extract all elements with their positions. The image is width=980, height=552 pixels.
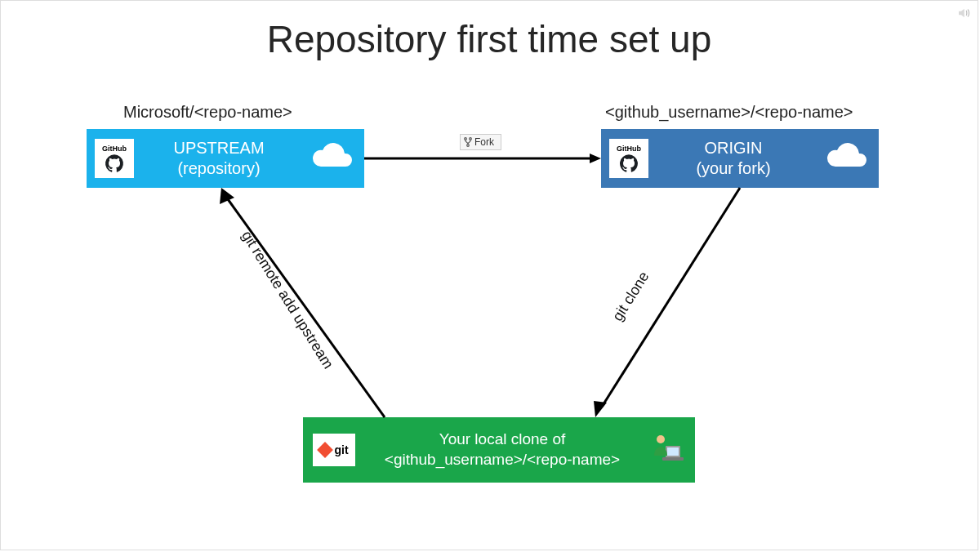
github-icon: GitHub xyxy=(95,139,134,178)
origin-line1: ORIGIN xyxy=(704,139,762,157)
svg-point-3 xyxy=(657,435,665,443)
user-at-computer-icon xyxy=(649,431,684,469)
clone-arrow xyxy=(589,188,752,421)
upstream-line2: (repository) xyxy=(177,159,260,177)
svg-rect-1 xyxy=(667,447,679,456)
local-line1: Your local clone of xyxy=(439,430,566,447)
origin-line2: (your fork) xyxy=(696,159,770,177)
svg-marker-10 xyxy=(594,401,607,417)
svg-rect-2 xyxy=(662,457,684,461)
svg-point-7 xyxy=(470,138,472,140)
cloud-icon xyxy=(818,140,871,176)
local-text: Your local clone of <github_username>/<r… xyxy=(355,430,649,470)
github-icon-label: GitHub xyxy=(617,145,641,153)
svg-point-6 xyxy=(465,138,467,140)
origin-box: GitHub ORIGIN (your fork) xyxy=(601,129,879,188)
upstream-text: UPSTREAM (repository) xyxy=(134,138,304,179)
fork-icon xyxy=(464,137,472,147)
upstream-line1: UPSTREAM xyxy=(173,139,264,157)
svg-marker-5 xyxy=(590,154,601,163)
fork-button[interactable]: Fork xyxy=(460,134,501,150)
slide: Repository first time set up Microsoft/<… xyxy=(0,0,978,550)
svg-point-8 xyxy=(467,145,470,147)
fork-button-label: Fork xyxy=(474,136,494,148)
local-box: git Your local clone of <github_username… xyxy=(303,417,695,483)
upstream-path-label: Microsoft/<repo-name> xyxy=(123,103,292,122)
upstream-box: GitHub UPSTREAM (repository) xyxy=(87,129,364,188)
github-icon-label: GitHub xyxy=(102,145,127,153)
local-line2: <github_username>/<repo-name> xyxy=(385,451,620,468)
svg-marker-12 xyxy=(220,188,234,204)
fork-arrow xyxy=(364,153,601,164)
github-icon: GitHub xyxy=(609,139,648,178)
origin-path-label: <github_username>/<repo-name> xyxy=(605,103,853,122)
cloud-icon xyxy=(304,140,356,176)
git-icon-label: git xyxy=(334,443,348,456)
git-icon: git xyxy=(313,434,355,466)
slide-title: Repository first time set up xyxy=(1,17,978,61)
remote-add-arrow xyxy=(213,188,393,421)
origin-text: ORIGIN (your fork) xyxy=(648,138,818,179)
